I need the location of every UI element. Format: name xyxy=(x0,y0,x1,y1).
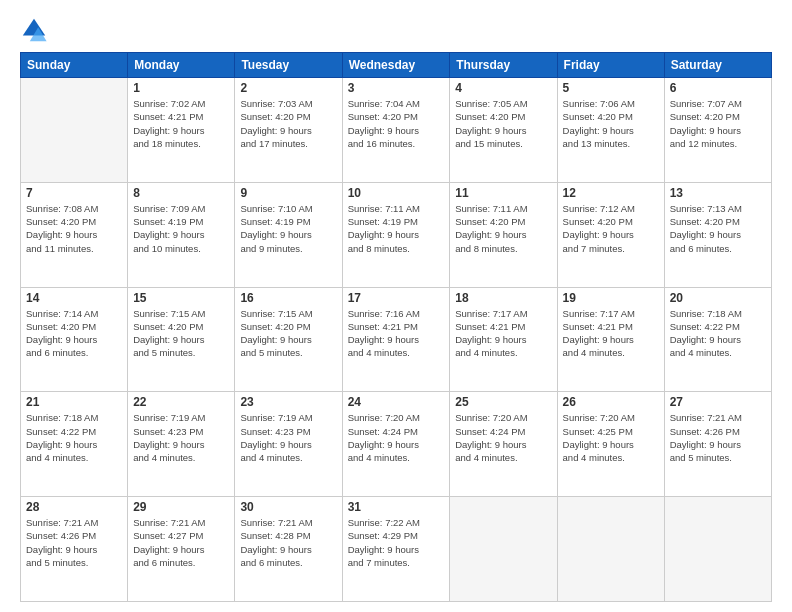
calendar-week-row: 28Sunrise: 7:21 AM Sunset: 4:26 PM Dayli… xyxy=(21,497,772,602)
day-number: 14 xyxy=(26,291,122,305)
day-number: 2 xyxy=(240,81,336,95)
calendar-day-header: Sunday xyxy=(21,53,128,78)
calendar-day-cell: 1Sunrise: 7:02 AM Sunset: 4:21 PM Daylig… xyxy=(128,78,235,183)
day-info: Sunrise: 7:16 AM Sunset: 4:21 PM Dayligh… xyxy=(348,307,445,360)
day-info: Sunrise: 7:20 AM Sunset: 4:25 PM Dayligh… xyxy=(563,411,659,464)
day-number: 1 xyxy=(133,81,229,95)
day-number: 28 xyxy=(26,500,122,514)
day-info: Sunrise: 7:14 AM Sunset: 4:20 PM Dayligh… xyxy=(26,307,122,360)
calendar-week-row: 21Sunrise: 7:18 AM Sunset: 4:22 PM Dayli… xyxy=(21,392,772,497)
calendar-day-cell: 27Sunrise: 7:21 AM Sunset: 4:26 PM Dayli… xyxy=(664,392,771,497)
day-info: Sunrise: 7:19 AM Sunset: 4:23 PM Dayligh… xyxy=(240,411,336,464)
calendar-day-cell: 18Sunrise: 7:17 AM Sunset: 4:21 PM Dayli… xyxy=(450,287,557,392)
day-number: 22 xyxy=(133,395,229,409)
calendar-day-cell: 15Sunrise: 7:15 AM Sunset: 4:20 PM Dayli… xyxy=(128,287,235,392)
day-info: Sunrise: 7:03 AM Sunset: 4:20 PM Dayligh… xyxy=(240,97,336,150)
calendar-day-cell: 9Sunrise: 7:10 AM Sunset: 4:19 PM Daylig… xyxy=(235,182,342,287)
calendar-day-cell: 2Sunrise: 7:03 AM Sunset: 4:20 PM Daylig… xyxy=(235,78,342,183)
page-header xyxy=(20,16,772,44)
day-info: Sunrise: 7:15 AM Sunset: 4:20 PM Dayligh… xyxy=(240,307,336,360)
calendar-day-cell: 19Sunrise: 7:17 AM Sunset: 4:21 PM Dayli… xyxy=(557,287,664,392)
calendar-day-header: Friday xyxy=(557,53,664,78)
logo xyxy=(20,16,52,44)
day-info: Sunrise: 7:11 AM Sunset: 4:19 PM Dayligh… xyxy=(348,202,445,255)
calendar-day-header: Wednesday xyxy=(342,53,450,78)
calendar-day-header: Saturday xyxy=(664,53,771,78)
day-number: 8 xyxy=(133,186,229,200)
calendar-day-cell: 31Sunrise: 7:22 AM Sunset: 4:29 PM Dayli… xyxy=(342,497,450,602)
calendar-week-row: 1Sunrise: 7:02 AM Sunset: 4:21 PM Daylig… xyxy=(21,78,772,183)
calendar-day-cell: 21Sunrise: 7:18 AM Sunset: 4:22 PM Dayli… xyxy=(21,392,128,497)
day-number: 27 xyxy=(670,395,766,409)
calendar-day-cell: 24Sunrise: 7:20 AM Sunset: 4:24 PM Dayli… xyxy=(342,392,450,497)
day-info: Sunrise: 7:21 AM Sunset: 4:28 PM Dayligh… xyxy=(240,516,336,569)
day-info: Sunrise: 7:09 AM Sunset: 4:19 PM Dayligh… xyxy=(133,202,229,255)
calendar-day-cell: 20Sunrise: 7:18 AM Sunset: 4:22 PM Dayli… xyxy=(664,287,771,392)
day-number: 15 xyxy=(133,291,229,305)
day-number: 6 xyxy=(670,81,766,95)
day-info: Sunrise: 7:21 AM Sunset: 4:26 PM Dayligh… xyxy=(26,516,122,569)
calendar-week-row: 14Sunrise: 7:14 AM Sunset: 4:20 PM Dayli… xyxy=(21,287,772,392)
day-number: 24 xyxy=(348,395,445,409)
calendar-day-cell: 8Sunrise: 7:09 AM Sunset: 4:19 PM Daylig… xyxy=(128,182,235,287)
day-number: 26 xyxy=(563,395,659,409)
day-info: Sunrise: 7:22 AM Sunset: 4:29 PM Dayligh… xyxy=(348,516,445,569)
calendar-day-cell: 14Sunrise: 7:14 AM Sunset: 4:20 PM Dayli… xyxy=(21,287,128,392)
calendar-header-row: SundayMondayTuesdayWednesdayThursdayFrid… xyxy=(21,53,772,78)
calendar-day-cell: 29Sunrise: 7:21 AM Sunset: 4:27 PM Dayli… xyxy=(128,497,235,602)
day-number: 9 xyxy=(240,186,336,200)
day-info: Sunrise: 7:05 AM Sunset: 4:20 PM Dayligh… xyxy=(455,97,551,150)
day-info: Sunrise: 7:19 AM Sunset: 4:23 PM Dayligh… xyxy=(133,411,229,464)
calendar-day-cell: 13Sunrise: 7:13 AM Sunset: 4:20 PM Dayli… xyxy=(664,182,771,287)
svg-marker-0 xyxy=(23,19,45,36)
day-info: Sunrise: 7:21 AM Sunset: 4:27 PM Dayligh… xyxy=(133,516,229,569)
day-info: Sunrise: 7:17 AM Sunset: 4:21 PM Dayligh… xyxy=(563,307,659,360)
day-number: 12 xyxy=(563,186,659,200)
day-number: 21 xyxy=(26,395,122,409)
day-info: Sunrise: 7:04 AM Sunset: 4:20 PM Dayligh… xyxy=(348,97,445,150)
calendar-day-cell: 7Sunrise: 7:08 AM Sunset: 4:20 PM Daylig… xyxy=(21,182,128,287)
day-number: 4 xyxy=(455,81,551,95)
calendar-day-cell: 26Sunrise: 7:20 AM Sunset: 4:25 PM Dayli… xyxy=(557,392,664,497)
calendar-day-cell: 10Sunrise: 7:11 AM Sunset: 4:19 PM Dayli… xyxy=(342,182,450,287)
calendar-day-cell: 28Sunrise: 7:21 AM Sunset: 4:26 PM Dayli… xyxy=(21,497,128,602)
day-number: 3 xyxy=(348,81,445,95)
calendar-day-cell: 6Sunrise: 7:07 AM Sunset: 4:20 PM Daylig… xyxy=(664,78,771,183)
calendar-day-cell: 3Sunrise: 7:04 AM Sunset: 4:20 PM Daylig… xyxy=(342,78,450,183)
day-number: 16 xyxy=(240,291,336,305)
day-info: Sunrise: 7:20 AM Sunset: 4:24 PM Dayligh… xyxy=(455,411,551,464)
day-info: Sunrise: 7:12 AM Sunset: 4:20 PM Dayligh… xyxy=(563,202,659,255)
day-number: 5 xyxy=(563,81,659,95)
calendar-day-cell: 4Sunrise: 7:05 AM Sunset: 4:20 PM Daylig… xyxy=(450,78,557,183)
day-number: 18 xyxy=(455,291,551,305)
day-info: Sunrise: 7:10 AM Sunset: 4:19 PM Dayligh… xyxy=(240,202,336,255)
calendar-day-cell: 12Sunrise: 7:12 AM Sunset: 4:20 PM Dayli… xyxy=(557,182,664,287)
calendar-day-cell: 17Sunrise: 7:16 AM Sunset: 4:21 PM Dayli… xyxy=(342,287,450,392)
calendar-day-header: Thursday xyxy=(450,53,557,78)
calendar-day-cell xyxy=(450,497,557,602)
day-number: 10 xyxy=(348,186,445,200)
day-info: Sunrise: 7:15 AM Sunset: 4:20 PM Dayligh… xyxy=(133,307,229,360)
day-info: Sunrise: 7:06 AM Sunset: 4:20 PM Dayligh… xyxy=(563,97,659,150)
day-number: 17 xyxy=(348,291,445,305)
day-number: 19 xyxy=(563,291,659,305)
day-info: Sunrise: 7:07 AM Sunset: 4:20 PM Dayligh… xyxy=(670,97,766,150)
calendar-table: SundayMondayTuesdayWednesdayThursdayFrid… xyxy=(20,52,772,602)
day-number: 7 xyxy=(26,186,122,200)
day-info: Sunrise: 7:20 AM Sunset: 4:24 PM Dayligh… xyxy=(348,411,445,464)
day-number: 29 xyxy=(133,500,229,514)
day-info: Sunrise: 7:21 AM Sunset: 4:26 PM Dayligh… xyxy=(670,411,766,464)
day-number: 23 xyxy=(240,395,336,409)
day-info: Sunrise: 7:17 AM Sunset: 4:21 PM Dayligh… xyxy=(455,307,551,360)
calendar-day-cell: 22Sunrise: 7:19 AM Sunset: 4:23 PM Dayli… xyxy=(128,392,235,497)
calendar-day-cell xyxy=(557,497,664,602)
calendar-day-cell: 23Sunrise: 7:19 AM Sunset: 4:23 PM Dayli… xyxy=(235,392,342,497)
calendar-day-cell xyxy=(21,78,128,183)
day-number: 30 xyxy=(240,500,336,514)
calendar-day-cell: 25Sunrise: 7:20 AM Sunset: 4:24 PM Dayli… xyxy=(450,392,557,497)
calendar-day-cell: 30Sunrise: 7:21 AM Sunset: 4:28 PM Dayli… xyxy=(235,497,342,602)
calendar-day-header: Tuesday xyxy=(235,53,342,78)
day-info: Sunrise: 7:11 AM Sunset: 4:20 PM Dayligh… xyxy=(455,202,551,255)
day-number: 25 xyxy=(455,395,551,409)
day-number: 20 xyxy=(670,291,766,305)
